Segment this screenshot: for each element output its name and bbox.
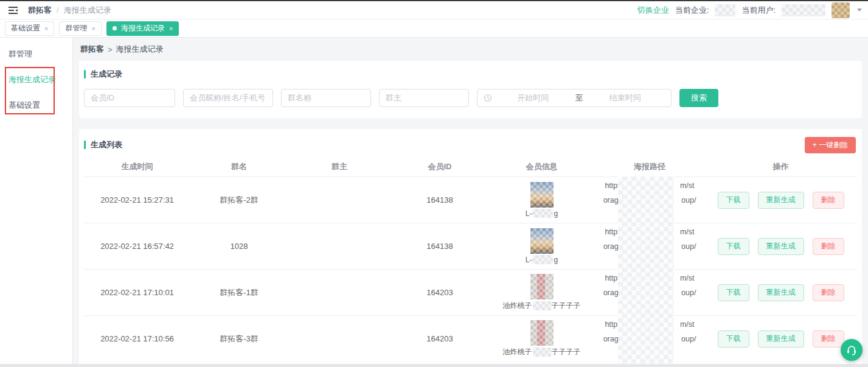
user-avatar[interactable]: [832, 2, 850, 18]
table-row: 2022-02-21 17:10:56 群拓客-3群 164203 油炸桃子子子…: [84, 315, 857, 362]
current-user-label: 当前用户:: [741, 5, 776, 16]
list-section-title: 生成列表: [84, 139, 122, 150]
cell-time: 2022-02-21 17:10:01: [84, 288, 190, 297]
sidebar-item-group-management[interactable]: 群管理: [0, 41, 72, 67]
col-group-owner: 群主: [288, 161, 391, 172]
search-section-title: 生成记录: [84, 69, 857, 80]
main-content: 群拓客 > 海报生成记录 生成记录 会员ID 会员昵称/姓名/手机号 群名称 群…: [73, 38, 868, 367]
table-row: 2022-02-21 16:57:42 1028 164138 L-g http…: [84, 223, 857, 269]
member-id-input[interactable]: 会员ID: [84, 89, 175, 107]
group-name-input[interactable]: 群名称: [281, 89, 371, 107]
page-breadcrumb: 群拓客 > 海报生成记录: [73, 38, 868, 61]
cell-actions: 下载 重新生成 删除: [704, 284, 857, 301]
blurred-name: [533, 301, 551, 310]
chevron-down-icon[interactable]: [857, 9, 862, 12]
cell-group-name: 1028: [190, 242, 288, 251]
cell-group-name: 群拓客-1群: [190, 287, 288, 298]
blurred-name: [533, 348, 551, 357]
tab-group-management[interactable]: 群管理 ×: [59, 21, 101, 36]
cell-actions: 下载 重新生成 删除: [704, 238, 857, 255]
search-button[interactable]: 搜索: [679, 89, 718, 107]
cell-time: 2022-02-21 15:27:31: [84, 195, 190, 204]
member-avatar: [530, 274, 554, 299]
member-name-input[interactable]: 会员昵称/姓名/手机号: [183, 89, 273, 107]
active-dot-icon: [113, 26, 117, 30]
regenerate-button[interactable]: 重新生成: [758, 330, 804, 348]
member-avatar: [530, 228, 554, 254]
group-owner-input[interactable]: 群主: [379, 89, 469, 107]
menu-collapse-icon[interactable]: [6, 4, 19, 16]
regenerate-button[interactable]: 重新生成: [758, 284, 804, 301]
cell-time: 2022-02-21 16:57:42: [84, 242, 190, 251]
tab-basic-settings[interactable]: 基础设置 ×: [5, 21, 54, 36]
blurred-company-name: [715, 4, 735, 16]
cell-actions: 下载 重新生成 删除: [704, 330, 857, 348]
sidebar-item-basic-settings[interactable]: 基础设置: [0, 93, 72, 118]
col-member-info: 会员信息: [488, 161, 595, 172]
tab-poster-records-active[interactable]: 海报生成记录 ×: [106, 21, 179, 36]
download-button[interactable]: 下载: [718, 192, 749, 209]
close-icon[interactable]: ×: [169, 25, 173, 32]
range-separator: 至: [573, 93, 586, 103]
date-range-picker[interactable]: 开始时间 至 结束时间: [477, 89, 672, 107]
col-time: 生成时间: [84, 161, 190, 172]
start-time-placeholder[interactable]: 开始时间: [493, 93, 573, 103]
col-poster-path: 海报路径: [595, 161, 704, 172]
cell-member-id: 164203: [391, 288, 488, 297]
customer-service-button[interactable]: [841, 339, 863, 361]
close-icon[interactable]: ×: [44, 25, 48, 32]
cell-time: 2022-02-21 17:10:56: [84, 334, 190, 343]
download-button[interactable]: 下载: [718, 238, 749, 255]
col-member-id: 会员ID: [391, 161, 488, 172]
page-breadcrumb-separator: >: [108, 45, 113, 54]
blurred-user-name: [782, 4, 825, 16]
open-tabs-bar: 基础设置 × 群管理 × 海报生成记录 ×: [0, 19, 868, 38]
switch-company-link[interactable]: 切换企业: [637, 5, 669, 16]
close-icon[interactable]: ×: [91, 25, 95, 32]
blurred-name: [532, 209, 553, 218]
table-header-row: 生成时间 群名 群主 会员ID 会员信息 海报路径 操作: [84, 157, 857, 177]
records-table: 生成时间 群名 群主 会员ID 会员信息 海报路径 操作 2022-02-21 …: [84, 157, 857, 362]
cell-member-id: 164203: [391, 334, 488, 343]
clock-icon: [484, 94, 492, 102]
breadcrumb-separator: /: [57, 5, 59, 15]
batch-delete-button[interactable]: + 一键删除: [805, 137, 856, 153]
sidebar-item-poster-records[interactable]: 海报生成记录: [0, 67, 72, 93]
page-breadcrumb-current: 海报生成记录: [116, 44, 164, 55]
current-company-label: 当前企业:: [675, 5, 709, 16]
breadcrumb-current: 海报生成记录: [64, 5, 111, 16]
section-marker: [84, 70, 86, 79]
download-button[interactable]: 下载: [718, 284, 749, 301]
section-title-text: 生成列表: [91, 139, 122, 150]
cell-member-info: 油炸桃子子子子子: [488, 320, 595, 357]
list-card: 生成列表 + 一键删除 生成时间 群名 群主 会员ID 会员信息 海报路径 操作…: [79, 129, 862, 367]
tab-label: 群管理: [65, 23, 87, 33]
member-avatar: [530, 320, 554, 346]
cell-actions: 下载 重新生成 删除: [704, 192, 857, 209]
sidebar: 群管理 海报生成记录 基础设置: [0, 38, 73, 367]
col-group-name: 群名: [190, 161, 288, 172]
app-header: 群拓客 / 海报生成记录 切换企业 当前企业: 当前用户:: [0, 1, 868, 19]
regenerate-button[interactable]: 重新生成: [758, 238, 804, 255]
delete-button[interactable]: 删除: [813, 284, 844, 301]
horizontal-scrollbar[interactable]: [0, 364, 868, 367]
delete-button[interactable]: 删除: [813, 192, 844, 209]
table-row: 2022-02-21 17:10:01 群拓客-1群 164203 油炸桃子子子…: [84, 269, 857, 315]
tab-label: 基础设置: [11, 23, 40, 33]
search-card: 生成记录 会员ID 会员昵称/姓名/手机号 群名称 群主 开始时间 至 结: [79, 61, 862, 118]
delete-button[interactable]: 删除: [813, 330, 844, 348]
blurred-url-strip: [618, 177, 674, 367]
table-row: 2022-02-21 15:27:31 群拓客-2群 164138 L-g ht…: [84, 177, 857, 223]
page-breadcrumb-root: 群拓客: [80, 44, 104, 55]
member-avatar: [530, 182, 554, 208]
delete-button[interactable]: 删除: [813, 238, 844, 255]
regenerate-button[interactable]: 重新生成: [758, 192, 804, 209]
cell-member-info: L-g: [488, 228, 595, 264]
blurred-name: [532, 255, 553, 264]
download-button[interactable]: 下载: [718, 330, 749, 348]
cell-member-id: 164138: [391, 195, 488, 204]
cell-group-name: 群拓客-3群: [190, 334, 288, 344]
breadcrumb-root[interactable]: 群拓客: [28, 5, 52, 16]
end-time-placeholder[interactable]: 结束时间: [586, 93, 665, 103]
cell-member-id: 164138: [391, 242, 488, 251]
